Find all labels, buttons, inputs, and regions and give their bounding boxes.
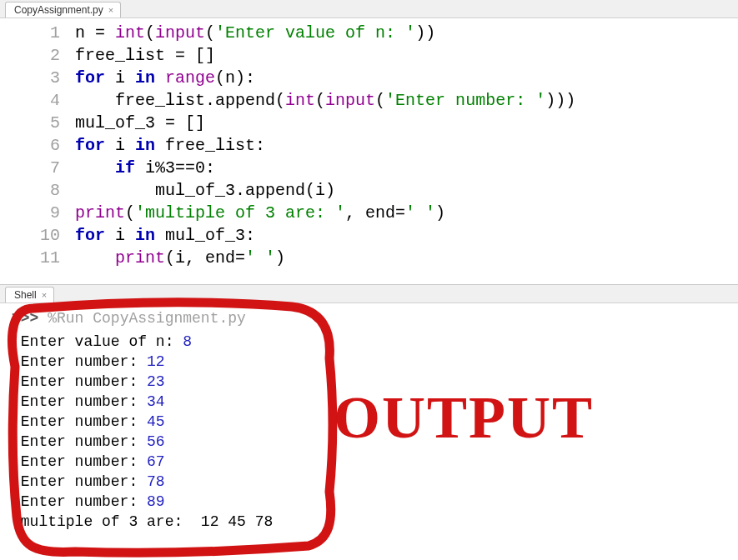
shell-io-line: Enter number: 34: [12, 392, 726, 412]
shell-result-line: multiple of 3 are: 12 45 78: [12, 512, 726, 532]
shell-io-line: Enter value of n: 8: [12, 332, 726, 352]
code-line[interactable]: 9print('multiple of 3 are: ', end=' '): [0, 202, 738, 224]
code-text[interactable]: for i in range(n):: [75, 67, 255, 89]
code-text[interactable]: mul_of_3.append(i): [75, 179, 335, 202]
line-number: 2: [0, 44, 75, 67]
line-number: 10: [0, 224, 75, 247]
shell-run-line: >>> %Run CopyAssignment.py: [12, 308, 726, 328]
code-text[interactable]: mul_of_3 = []: [75, 112, 205, 134]
code-line[interactable]: 2free_list = []: [0, 44, 738, 67]
line-number: 6: [0, 134, 75, 157]
code-text[interactable]: print('multiple of 3 are: ', end=' '): [75, 202, 445, 224]
close-icon[interactable]: ×: [108, 6, 113, 15]
shell-io-line: Enter number: 56: [12, 432, 726, 452]
code-line[interactable]: 8 mul_of_3.append(i): [0, 179, 738, 202]
code-text[interactable]: free_list = []: [75, 44, 215, 67]
shell-panel: Shell × >>> %Run CopyAssignment.py Enter…: [0, 284, 738, 540]
code-line[interactable]: 10for i in mul_of_3:: [0, 224, 738, 247]
code-text[interactable]: if i%3==0:: [75, 157, 215, 179]
code-line[interactable]: 5mul_of_3 = []: [0, 112, 738, 134]
code-line[interactable]: 6for i in free_list:: [0, 134, 738, 157]
line-number: 1: [0, 22, 75, 44]
shell-io-line: Enter number: 67: [12, 452, 726, 472]
code-text[interactable]: for i in mul_of_3:: [75, 224, 255, 247]
code-line[interactable]: 1n = int(input('Enter value of n: ')): [0, 22, 738, 44]
code-text[interactable]: print(i, end=' '): [75, 247, 285, 269]
line-number: 5: [0, 112, 75, 134]
shell-io-line: Enter number: 45: [12, 412, 726, 432]
code-line[interactable]: 11 print(i, end=' '): [0, 247, 738, 269]
line-number: 7: [0, 157, 75, 179]
shell-io-line: Enter number: 89: [12, 492, 726, 512]
code-line[interactable]: 3for i in range(n):: [0, 67, 738, 89]
close-icon[interactable]: ×: [42, 291, 47, 300]
shell-tab[interactable]: Shell ×: [5, 287, 54, 302]
shell-io-line: Enter number: 23: [12, 372, 726, 392]
shell-io-line: Enter number: 78: [12, 472, 726, 492]
shell-io-line: Enter number: 12: [12, 352, 726, 372]
line-number: 4: [0, 89, 75, 112]
line-number: 9: [0, 202, 75, 224]
shell-tab-bar: Shell ×: [0, 285, 738, 303]
line-number: 11: [0, 247, 75, 269]
code-line[interactable]: 7 if i%3==0:: [0, 157, 738, 179]
editor-tab-label: CopyAssignment.py: [14, 4, 103, 16]
editor-tab[interactable]: CopyAssignment.py ×: [5, 2, 121, 18]
shell-output[interactable]: >>> %Run CopyAssignment.py Enter value o…: [0, 303, 738, 540]
line-number: 3: [0, 67, 75, 89]
code-text[interactable]: for i in free_list:: [75, 134, 265, 157]
code-text[interactable]: free_list.append(int(input('Enter number…: [75, 89, 575, 112]
editor-tab-bar: CopyAssignment.py ×: [0, 0, 738, 18]
line-number: 8: [0, 179, 75, 202]
code-line[interactable]: 4 free_list.append(int(input('Enter numb…: [0, 89, 738, 112]
code-editor[interactable]: 1n = int(input('Enter value of n: '))2fr…: [0, 18, 738, 278]
code-text[interactable]: n = int(input('Enter value of n: ')): [75, 22, 435, 44]
shell-tab-label: Shell: [14, 289, 37, 301]
